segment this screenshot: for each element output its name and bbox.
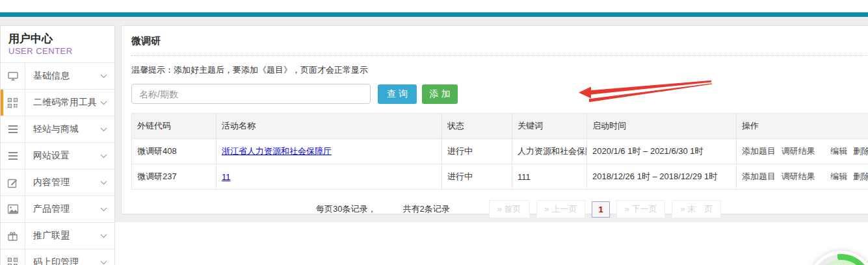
annotation-arrow-icon bbox=[577, 72, 715, 102]
survey-name-link[interactable]: 浙江省人力资源和社会保障厅 bbox=[222, 146, 332, 156]
sidebar: 用户中心 USER CENTER 基础信息 二维码常用工具 轻站与商城 bbox=[0, 25, 115, 265]
sidebar-item-label: 基础信息 bbox=[25, 70, 100, 82]
add-question-link[interactable]: 添加题目 bbox=[742, 146, 776, 156]
col-header-actions: 操作 bbox=[737, 114, 868, 139]
sidebar-item-label: 推广联盟 bbox=[25, 230, 100, 242]
chevron-down-icon bbox=[100, 260, 107, 265]
total-records-label: 共有2条记录 bbox=[402, 203, 449, 215]
current-page-button[interactable]: 1 bbox=[592, 201, 609, 218]
sidebar-item-site-settings[interactable]: 网站设置 bbox=[1, 143, 114, 170]
survey-table: 外链代码 活动名称 状态 关键词 启动时间 操作 微调研408 浙江省人力资源和… bbox=[131, 113, 868, 190]
progress-ring-icon bbox=[811, 254, 868, 265]
chevron-down-icon bbox=[100, 74, 107, 79]
cell-status: 进行中 bbox=[442, 139, 512, 164]
qrcode-icon bbox=[1, 249, 25, 265]
sidebar-header: 用户中心 USER CENTER bbox=[1, 26, 114, 63]
cell-actions: 添加题目 调研结果 编辑 删除 复制 bbox=[737, 139, 868, 164]
edit-icon bbox=[1, 170, 25, 196]
chevron-down-icon bbox=[100, 127, 107, 132]
gift-icon bbox=[1, 223, 25, 249]
sidebar-item-basic-info[interactable]: 基础信息 bbox=[1, 63, 114, 90]
cell-start-time: 2018/12/26 1时 – 2018/12/29 1时 bbox=[587, 164, 737, 190]
records-per-page-label: 每页30条记录， bbox=[316, 203, 376, 215]
sidebar-item-mashangyin-mgmt[interactable]: 码上印管理 bbox=[1, 249, 114, 265]
progress-ring-center bbox=[817, 260, 865, 265]
add-question-link[interactable]: 添加题目 bbox=[742, 171, 776, 181]
sidebar-item-content-mgmt[interactable]: 内容管理 bbox=[1, 170, 114, 196]
sidebar-title: 用户中心 bbox=[8, 32, 114, 46]
cell-start-time: 2020/1/6 1时 – 2021/6/30 1时 bbox=[587, 139, 737, 164]
search-input[interactable] bbox=[131, 84, 371, 104]
page-title: 微调研 bbox=[131, 35, 161, 46]
sidebar-item-label: 产品管理 bbox=[25, 203, 100, 215]
sidebar-item-label: 网站设置 bbox=[25, 150, 100, 162]
edit-link[interactable]: 编辑 bbox=[830, 146, 847, 156]
sidebar-item-label: 码上印管理 bbox=[25, 257, 100, 265]
table-header-row: 外链代码 活动名称 状态 关键词 启动时间 操作 bbox=[132, 114, 868, 139]
list-icon bbox=[1, 116, 25, 142]
survey-name-link[interactable]: 11 bbox=[222, 172, 231, 182]
last-page-button[interactable]: » 末 页 bbox=[672, 200, 721, 218]
sidebar-item-qrcode-tools[interactable]: 二维码常用工具 bbox=[1, 90, 114, 116]
cell-status: 进行中 bbox=[442, 164, 512, 190]
prev-page-button[interactable]: » 上一页 bbox=[536, 200, 586, 218]
image-icon bbox=[1, 196, 25, 222]
table-row: 微调研408 浙江省人力资源和社会保障厅 进行中 人力资源和社会保障 2020/… bbox=[132, 139, 868, 164]
cell-code: 微调研408 bbox=[132, 139, 217, 164]
qrcode-icon bbox=[1, 90, 25, 116]
monitor-icon bbox=[1, 63, 25, 89]
col-header-start-time: 启动时间 bbox=[587, 114, 737, 139]
add-button[interactable]: 添 加 bbox=[422, 84, 458, 104]
pagination: 每页30条记录， 共有2条记录 » 首页 » 上一页 1 » 下一页 » 末 页 bbox=[131, 200, 868, 218]
sidebar-item-lite-site-mall[interactable]: 轻站与商城 bbox=[1, 116, 114, 143]
search-row: 查 询 添 加 bbox=[131, 84, 868, 104]
sidebar-item-label: 二维码常用工具 bbox=[25, 97, 100, 108]
chevron-down-icon bbox=[100, 154, 107, 158]
col-header-name: 活动名称 bbox=[217, 114, 442, 139]
floating-helper-button[interactable] bbox=[808, 251, 868, 265]
main-panel: 微调研 温馨提示：添加好主题后，要添加《题目》，页面才会正常显示 查 询 添 加… bbox=[121, 25, 868, 214]
delete-link[interactable]: 删除 bbox=[853, 171, 868, 181]
top-accent-bar bbox=[0, 12, 868, 17]
col-header-keyword: 关键词 bbox=[512, 114, 587, 139]
sidebar-item-label: 轻站与商城 bbox=[25, 123, 100, 135]
chevron-down-icon bbox=[100, 181, 107, 185]
sidebar-item-product-mgmt[interactable]: 产品管理 bbox=[1, 196, 114, 223]
next-page-button[interactable]: » 下一页 bbox=[616, 200, 666, 218]
cell-keyword: 111 bbox=[512, 164, 587, 190]
panel-head: 微调研 bbox=[131, 26, 868, 56]
chevron-down-icon bbox=[100, 234, 107, 238]
sidebar-item-label: 内容管理 bbox=[25, 177, 100, 188]
edit-link[interactable]: 编辑 bbox=[830, 171, 847, 181]
delete-link[interactable]: 删除 bbox=[853, 146, 868, 156]
sidebar-subtitle: USER CENTER bbox=[8, 46, 114, 56]
col-header-code: 外链代码 bbox=[132, 114, 217, 139]
cell-keyword: 人力资源和社会保障 bbox=[512, 139, 587, 164]
survey-result-link[interactable]: 调研结果 bbox=[782, 146, 815, 156]
table-row: 微调研237 11 进行中 111 2018/12/26 1时 – 2018/1… bbox=[132, 164, 868, 190]
survey-result-link[interactable]: 调研结果 bbox=[782, 171, 815, 181]
query-button[interactable]: 查 询 bbox=[378, 84, 417, 104]
list-icon bbox=[1, 143, 25, 169]
first-page-button[interactable]: » 首页 bbox=[489, 200, 530, 218]
cell-actions: 添加题目 调研结果 编辑 删除 复制 bbox=[737, 164, 868, 190]
col-header-status: 状态 bbox=[442, 114, 512, 139]
cell-code: 微调研237 bbox=[132, 164, 217, 190]
chevron-down-icon bbox=[100, 101, 107, 105]
sidebar-item-promotion-alliance[interactable]: 推广联盟 bbox=[1, 223, 114, 249]
tip-text: 温馨提示：添加好主题后，要添加《题目》，页面才会正常显示 bbox=[131, 64, 868, 76]
chevron-down-icon bbox=[100, 207, 107, 212]
